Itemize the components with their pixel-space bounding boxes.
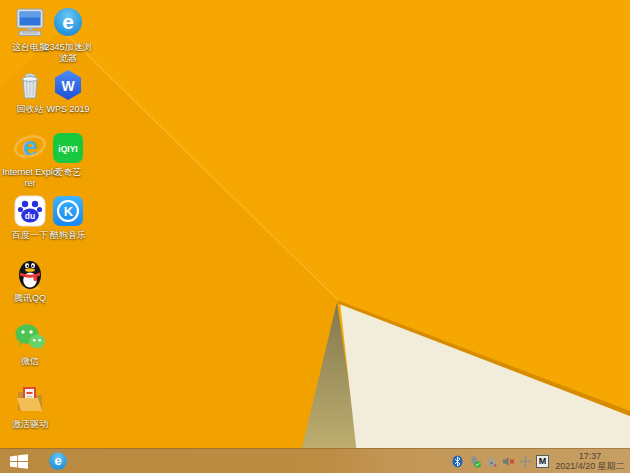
iqiyi-icon: iQIYI [51,131,85,165]
desktop-icon-wps-2019[interactable]: W WPS 2019 [40,68,96,115]
system-tray: M [451,455,549,468]
volume-muted-icon[interactable] [502,455,515,468]
svg-text:K: K [64,204,74,219]
icon-label: 微信 [21,356,39,367]
icon-label: WPS 2019 [46,104,89,115]
desktop-icon-iqiyi[interactable]: iQIYI 爱奇艺 [40,131,96,178]
desktop-icon-kugou-music[interactable]: K 酷狗音乐 [40,194,96,241]
tencent-qq-icon [13,257,47,291]
icon-label: 腾讯QQ [14,293,46,304]
clock-date: 2021/4/20 星期二 [555,461,625,471]
kugou-music-icon: K [51,194,85,228]
desktop: 这台电脑 e 2345加速浏览器 回收站 W [0,0,630,473]
move-tool-icon[interactable] [519,455,532,468]
icon-label: 激活驱动 [12,419,48,430]
browser-2345-taskbar-icon: e [48,451,68,471]
desktop-icon-wechat[interactable]: 微信 [2,320,58,367]
desktop-icon-browser-2345[interactable]: e 2345加速浏览器 [40,6,96,64]
taskbar-app-browser-2345[interactable]: e [38,449,78,473]
svg-text:iQIYI: iQIYI [58,144,77,154]
icon-label: 酷狗音乐 [50,230,86,241]
taskbar: e [0,448,630,473]
icon-label: 爱奇艺 [55,167,82,178]
start-button[interactable] [0,449,38,473]
svg-text:du: du [25,211,35,221]
svg-text:e: e [54,453,61,468]
svg-text:W: W [61,78,75,94]
safely-remove-hardware-icon[interactable] [468,455,481,468]
driver-tools-icon [13,383,47,417]
desktop-icon-driver-tools[interactable]: 激活驱动 [2,383,58,430]
clock-time: 17:37 [555,451,625,461]
security-lock-icon[interactable] [485,455,498,468]
taskbar-clock[interactable]: 17:37 2021/4/20 星期二 [555,451,625,471]
windows-logo-icon [10,454,28,469]
desktop-icon-tencent-qq[interactable]: 腾讯QQ [2,257,58,304]
wechat-icon [13,320,47,354]
icon-label: 2345加速浏览器 [40,42,96,64]
input-method-glyph: M [539,457,547,466]
bluetooth-icon[interactable] [451,455,464,468]
browser-2345-icon: e [51,6,85,40]
input-method-indicator[interactable]: M [536,455,549,468]
svg-text:e: e [62,10,74,33]
wps-2019-icon: W [51,68,85,102]
